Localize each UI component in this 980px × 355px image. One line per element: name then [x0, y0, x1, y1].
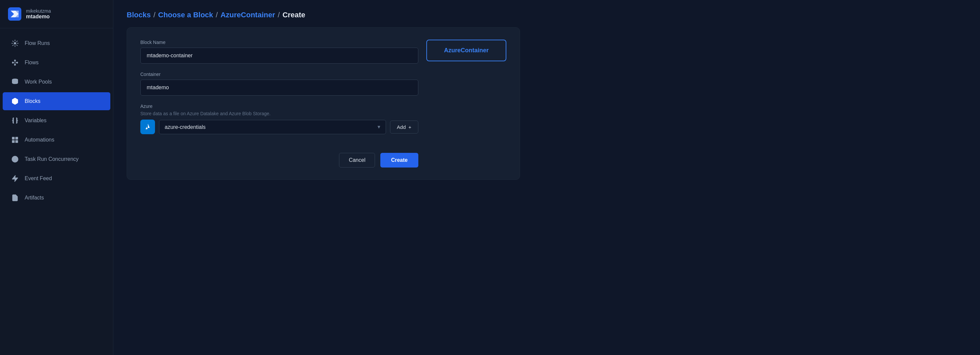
block-name-label: Block Name: [140, 40, 418, 45]
sidebar-item-label: Work Pools: [25, 79, 52, 85]
svg-rect-16: [16, 141, 18, 143]
sidebar-username: mikekutzma: [26, 8, 51, 14]
sidebar-item-artifacts[interactable]: Artifacts: [3, 189, 110, 207]
plus-icon: +: [408, 124, 411, 130]
sidebar-nav: Flow Runs Flows Work Pools: [0, 28, 113, 355]
azure-title: Azure: [140, 103, 418, 109]
blocks-icon: [11, 97, 19, 106]
create-block-form: Block Name Container Azure Store data as…: [127, 27, 520, 180]
svg-rect-14: [12, 137, 14, 139]
block-type-label: AzureContainer: [444, 47, 488, 54]
container-input[interactable]: [140, 79, 418, 95]
sidebar-item-label: Flows: [25, 60, 39, 66]
add-button-label: Add: [397, 124, 406, 130]
block-type-panel: AzureContainer: [426, 40, 506, 61]
svg-rect-15: [16, 137, 18, 139]
add-button[interactable]: Add +: [390, 120, 418, 133]
block-name-field-group: Block Name: [140, 40, 418, 63]
breadcrumb-azure-link[interactable]: AzureContainer: [220, 11, 275, 19]
block-type-card: AzureContainer: [426, 40, 506, 61]
work-pools-icon: [11, 78, 19, 86]
breadcrumb-sep-3: /: [278, 11, 280, 19]
svg-rect-17: [12, 141, 14, 143]
event-feed-icon: [11, 174, 19, 183]
sidebar-item-event-feed[interactable]: Event Feed: [3, 170, 110, 187]
sidebar-item-blocks[interactable]: Blocks: [3, 92, 110, 110]
sidebar-user: mikekutzma mtademo: [26, 8, 51, 20]
svg-point-3: [14, 42, 16, 44]
sidebar-item-label: Event Feed: [25, 176, 52, 182]
flow-runs-icon: [11, 39, 19, 48]
sidebar-item-work-pools[interactable]: Work Pools: [3, 73, 110, 91]
sidebar-item-automations[interactable]: Automations: [3, 131, 110, 149]
form-fields: Block Name Container Azure Store data as…: [140, 40, 418, 168]
sidebar-item-label: Task Run Concurrency: [25, 156, 79, 162]
breadcrumb-current: Create: [282, 11, 305, 19]
breadcrumb-sep-2: /: [216, 11, 218, 19]
sidebar: mikekutzma mtademo Flow Runs: [0, 0, 113, 355]
container-field-group: Container: [140, 71, 418, 95]
sidebar-item-label: Automations: [25, 137, 54, 143]
sidebar-item-flow-runs[interactable]: Flow Runs: [3, 34, 110, 52]
azure-logo-icon: [140, 120, 155, 134]
sidebar-item-flows[interactable]: Flows: [3, 54, 110, 71]
task-run-concurrency-icon: [11, 155, 19, 163]
azure-section: Azure Store data as a file on Azure Data…: [140, 103, 418, 134]
azure-credentials-wrapper: azure-credentials ▼: [159, 120, 386, 134]
flows-icon: [11, 58, 19, 67]
main-content: Blocks / Choose a Block / AzureContainer…: [113, 0, 980, 355]
prefect-logo-icon: [8, 7, 21, 21]
form-actions: Cancel Create: [140, 153, 418, 168]
azure-select-row: azure-credentials ▼ Add +: [140, 120, 418, 134]
sidebar-item-label: Variables: [25, 117, 47, 124]
cancel-button[interactable]: Cancel: [339, 153, 375, 168]
form-row: Block Name Container Azure Store data as…: [140, 40, 506, 168]
sidebar-item-task-run-concurrency[interactable]: Task Run Concurrency: [3, 150, 110, 168]
block-name-input[interactable]: [140, 48, 418, 63]
breadcrumb-choose-link[interactable]: Choose a Block: [158, 11, 213, 19]
svg-marker-21: [12, 176, 18, 182]
container-label: Container: [140, 71, 418, 77]
sidebar-workspace: mtademo: [26, 14, 51, 20]
sidebar-item-label: Artifacts: [25, 195, 44, 201]
breadcrumb-blocks-link[interactable]: Blocks: [127, 11, 151, 19]
sidebar-item-label: Blocks: [25, 98, 40, 104]
sidebar-item-variables[interactable]: Variables: [3, 112, 110, 130]
create-button[interactable]: Create: [380, 153, 418, 168]
breadcrumb: Blocks / Choose a Block / AzureContainer…: [113, 0, 980, 27]
variables-icon: [11, 116, 19, 125]
automations-icon: [11, 136, 19, 144]
azure-description: Store data as a file on Azure Datalake a…: [140, 111, 418, 116]
sidebar-header: mikekutzma mtademo: [0, 0, 113, 28]
azure-credentials-select[interactable]: azure-credentials: [159, 120, 386, 134]
breadcrumb-sep-1: /: [153, 11, 155, 19]
artifacts-icon: [11, 193, 19, 202]
sidebar-item-label: Flow Runs: [25, 40, 50, 46]
